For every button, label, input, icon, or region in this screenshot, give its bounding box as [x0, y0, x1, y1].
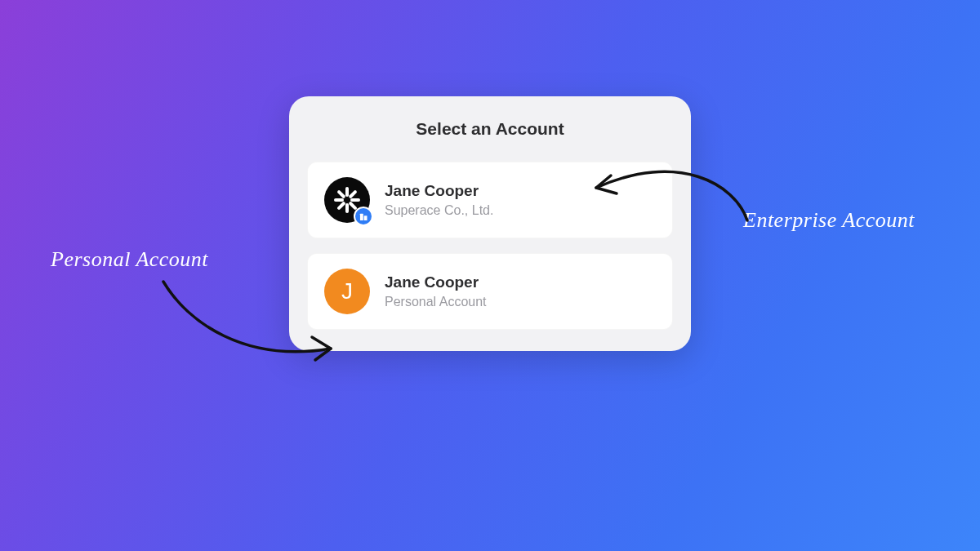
avatar [324, 177, 370, 223]
account-name: Jane Cooper [385, 182, 493, 200]
svg-rect-2 [334, 198, 344, 202]
account-selection-modal: Select an Account [289, 96, 691, 351]
svg-rect-3 [350, 198, 360, 202]
svg-rect-5 [336, 201, 345, 210]
building-badge-icon [354, 207, 373, 226]
svg-rect-8 [359, 213, 363, 220]
svg-rect-6 [336, 189, 345, 198]
svg-rect-9 [363, 216, 367, 220]
avatar-initial: J [341, 278, 353, 304]
account-option-enterprise[interactable]: Jane Cooper Superace Co., Ltd. [307, 162, 673, 238]
account-option-personal[interactable]: J Jane Cooper Personal Account [307, 253, 673, 330]
account-text: Jane Cooper Superace Co., Ltd. [385, 182, 493, 218]
account-text: Jane Cooper Personal Account [385, 273, 487, 309]
svg-rect-0 [345, 187, 349, 197]
annotation-personal: Personal Account [51, 247, 208, 272]
account-subtitle: Personal Account [385, 295, 487, 309]
account-name: Jane Cooper [385, 273, 487, 291]
svg-rect-1 [345, 203, 349, 213]
modal-title: Select an Account [307, 119, 673, 139]
account-subtitle: Superace Co., Ltd. [385, 203, 493, 218]
personal-avatar-icon: J [324, 269, 370, 314]
avatar: J [324, 269, 370, 314]
annotation-enterprise: Enterprise Account [743, 208, 915, 233]
svg-rect-4 [348, 189, 357, 198]
